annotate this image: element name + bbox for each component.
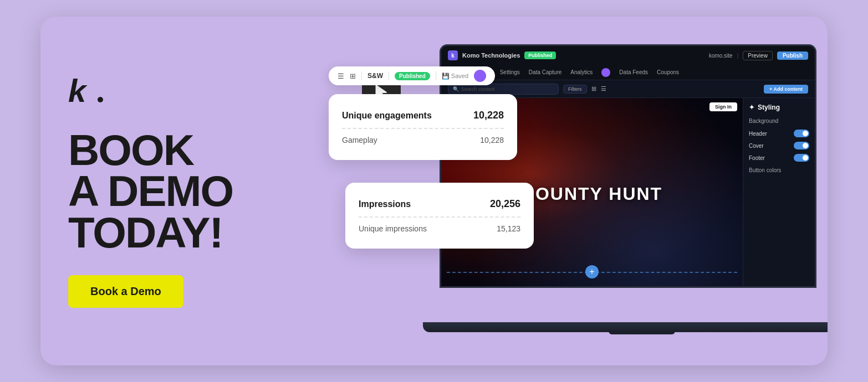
book-demo-button[interactable]: Book a Demo <box>68 275 183 308</box>
footer-toggle[interactable] <box>794 154 809 162</box>
header-toggle-row: Header <box>749 130 809 137</box>
filters-button[interactable]: Filters <box>563 85 587 94</box>
button-colors-section: Button colors <box>749 167 809 173</box>
divider2 <box>389 71 389 80</box>
unique-impressions-value: 15,123 <box>497 224 520 233</box>
sign-in-button[interactable]: Sign In <box>709 102 737 111</box>
topbar-right: komo.site | Preview Publish <box>709 51 808 60</box>
styling-panel: ✦ Styling Background Header <box>743 98 815 288</box>
view-grid-icon[interactable]: ⊞ <box>591 85 596 92</box>
cover-toggle-label: Cover <box>749 143 764 149</box>
app-navbar: Editor Preview Settings Data Capture Ana… <box>441 65 815 80</box>
impressions-card: Impressions 20,256 Unique impressions 15… <box>345 183 534 249</box>
footer-toggle-label: Footer <box>749 155 765 161</box>
komo-logo: k <box>68 74 279 110</box>
view-list-icon[interactable]: ☰ <box>601 85 606 92</box>
saved-label: 💾 Saved <box>442 73 468 80</box>
nav-settings[interactable]: Settings <box>500 69 520 75</box>
styling-icon: ✦ <box>749 104 754 111</box>
cover-toggle-row: Cover <box>749 142 809 149</box>
search-icon: 🔍 <box>453 86 459 92</box>
separator: | <box>737 53 739 59</box>
engagements-label: Unique engagements <box>342 111 432 121</box>
publish-button[interactable]: Publish <box>777 51 808 60</box>
cover-toggle[interactable] <box>794 142 809 149</box>
site-url: komo.site <box>709 53 733 59</box>
add-section-button[interactable]: + <box>585 265 599 278</box>
app-logo: k <box>448 50 458 60</box>
right-panel: ☰ ⊞ S&W Published 💾 Saved Unique engagem… <box>307 17 828 365</box>
impressions-label: Impressions <box>359 199 411 209</box>
left-panel: k BOOK A DEMO TODAY! Book a Demo <box>40 41 307 340</box>
gameplay-label: Gameplay <box>342 136 377 144</box>
divider <box>361 71 362 80</box>
layers-icon: ⊞ <box>350 72 356 80</box>
nav-coupons[interactable]: Coupons <box>657 69 679 75</box>
toggles-section: Header Cover Footer <box>749 130 809 162</box>
unique-impressions-label: Unique impressions <box>359 224 427 233</box>
button-colors-label: Button colors <box>749 167 809 173</box>
editor-mini-bar: ☰ ⊞ S&W Published 💾 Saved <box>329 66 495 85</box>
add-content-button[interactable]: + Add content <box>764 85 808 94</box>
nav-data-capture[interactable]: Data Capture <box>529 69 561 75</box>
analytics-card: Unique engagements 10,228 Gameplay 10,22… <box>329 94 517 160</box>
nav-data-feeds[interactable]: Data Feeds <box>619 69 648 75</box>
svg-text:k: k <box>68 74 88 107</box>
gameplay-value: 10,228 <box>480 136 504 144</box>
background-label: Background <box>749 118 809 124</box>
header-toggle-label: Header <box>749 131 767 137</box>
laptop-screen: k Komo Technologies Published komo.site … <box>440 44 816 288</box>
headline: BOOK A DEMO TODAY! <box>68 130 279 252</box>
app-brand: Komo Technologies <box>462 52 520 59</box>
nav-avatar <box>601 68 610 77</box>
app-topbar: k Komo Technologies Published komo.site … <box>441 46 815 65</box>
footer-toggle-row: Footer <box>749 154 809 162</box>
preview-button[interactable]: Preview <box>743 51 773 60</box>
search-placeholder-text: Search content <box>461 86 495 92</box>
bounty-hunt-title: BOUNTY HUNT <box>522 184 662 204</box>
published-badge: Published <box>524 51 556 59</box>
divider3 <box>436 71 436 80</box>
user-avatar-mini <box>474 70 486 82</box>
header-toggle[interactable] <box>794 130 809 137</box>
published-badge-mini: Published <box>395 72 430 80</box>
background-section: Background <box>749 118 809 124</box>
main-card: k BOOK A DEMO TODAY! Book a Demo ☰ ⊞ S&W <box>40 17 828 365</box>
menu-icon: ☰ <box>338 72 344 80</box>
engagements-value: 10,228 <box>473 110 504 121</box>
nav-analytics[interactable]: Analytics <box>570 69 593 75</box>
laptop-notch-bottom <box>609 331 675 334</box>
editor-name: S&W <box>367 72 383 80</box>
svg-point-1 <box>98 97 103 102</box>
impressions-value: 20,256 <box>490 198 520 210</box>
styling-title: ✦ Styling <box>749 104 809 111</box>
